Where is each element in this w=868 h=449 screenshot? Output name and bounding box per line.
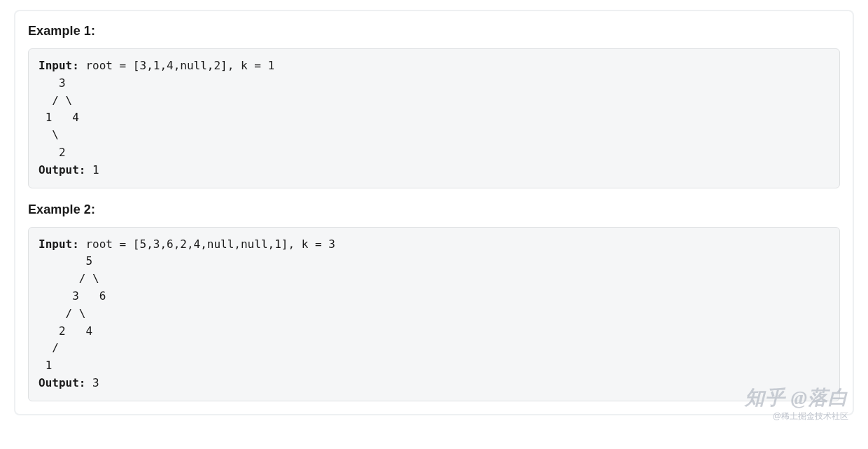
output-label: Output: <box>38 163 85 177</box>
example-2-heading: Example 2: <box>28 202 840 217</box>
input-label: Input: <box>38 237 79 251</box>
output-value: 3 <box>85 376 99 389</box>
example-2-code: Input: root = [5,3,6,2,4,null,null,1], k… <box>28 227 840 401</box>
example-1-code: Input: root = [3,1,4,null,2], k = 1 3 / … <box>28 48 840 188</box>
tree-diagram: 3 / \ 1 4 \ 2 <box>38 76 79 159</box>
input-value: root = [3,1,4,null,2], k = 1 <box>79 59 274 72</box>
tree-diagram: 5 / \ 3 6 / \ 2 4 / 1 <box>38 254 106 372</box>
input-value: root = [5,3,6,2,4,null,null,1], k = 3 <box>79 237 335 251</box>
input-label: Input: <box>38 59 79 72</box>
output-label: Output: <box>38 376 85 389</box>
output-value: 1 <box>85 163 99 177</box>
example-1-heading: Example 1: <box>28 24 840 39</box>
examples-container: Example 1: Input: root = [3,1,4,null,2],… <box>14 10 854 415</box>
